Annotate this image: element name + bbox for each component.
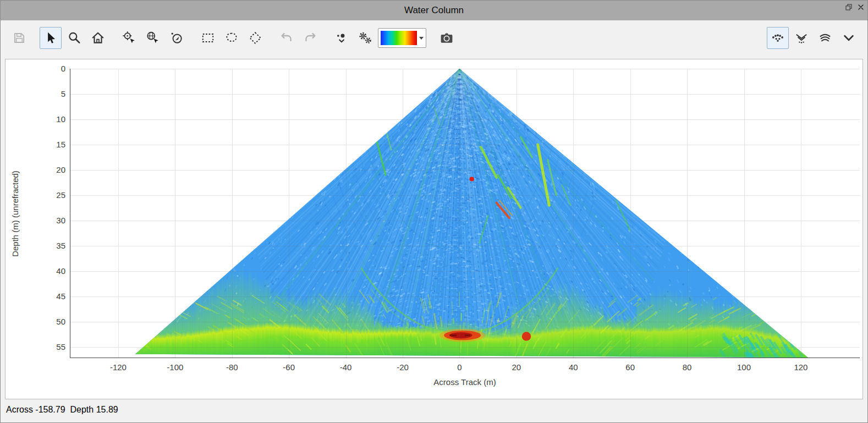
redo-button[interactable] (299, 27, 321, 49)
redo-icon (303, 31, 317, 45)
plot-canvas[interactable] (70, 69, 860, 358)
rectangle-select-icon (201, 31, 215, 45)
x-tick-label: 120 (783, 362, 818, 372)
x-tick-label: 20 (499, 362, 534, 372)
polygon-select-button[interactable] (244, 27, 266, 49)
lasso-select-button[interactable] (221, 27, 243, 49)
point-display-options-button[interactable] (331, 27, 353, 49)
settings-button[interactable] (354, 27, 376, 49)
zoom-button[interactable] (63, 27, 85, 49)
points-dropdown-icon (334, 31, 349, 45)
x-tick-label: 40 (556, 362, 591, 372)
y-tick-label: 15 (36, 140, 65, 149)
cursor-icon (43, 31, 58, 45)
x-tick-label: -60 (271, 362, 306, 372)
y-axis-label: Depth (m) (unrefracted) (10, 171, 20, 257)
x-tick-label: -120 (101, 362, 136, 372)
y-tick-label: 40 (36, 266, 65, 276)
colormap-gradient (381, 31, 417, 45)
crosshair-cursor-icon (122, 31, 136, 45)
close-icon (858, 3, 864, 13)
x-tick-label: -100 (157, 362, 193, 372)
y-tick-label: 25 (36, 190, 65, 200)
y-tick-label: 10 (36, 114, 65, 124)
y-tick-label: 20 (36, 165, 65, 174)
rectangle-select-button[interactable] (197, 27, 219, 49)
y-tick-label: 55 (36, 342, 65, 351)
stacked-arcs-icon (818, 31, 832, 45)
pick-beam-button[interactable] (166, 27, 188, 49)
toolbar-right (767, 27, 860, 49)
x-tick-label: 0 (442, 362, 477, 372)
chevron-down-icon (842, 31, 856, 45)
points-view-button[interactable] (767, 27, 789, 49)
colormap-dropdown-arrow (419, 37, 424, 40)
x-tick-label: 100 (727, 362, 762, 372)
y-tick-label: 45 (36, 292, 65, 301)
x-tick-label: 60 (613, 362, 648, 372)
save-button[interactable] (8, 27, 30, 49)
y-tick-label: 50 (36, 317, 65, 326)
y-tick-label: 0 (36, 64, 65, 73)
camera-icon (440, 31, 454, 45)
y-tick-label: 5 (36, 89, 65, 98)
toolbar-left (8, 27, 467, 49)
water-column-window: Water Column 0510152025303540455055 -120… (0, 0, 868, 423)
undo-icon (279, 31, 294, 45)
x-tick-label: -40 (328, 362, 364, 372)
y-tick-label: 35 (36, 241, 65, 250)
x-axis-label: Across Track (m) (70, 377, 860, 387)
home-view-button[interactable] (87, 27, 109, 49)
scatter-view-icon (771, 31, 785, 45)
colormap-selector[interactable] (378, 28, 426, 48)
compass-cursor-icon (169, 31, 184, 45)
x-tick-label: -20 (385, 362, 420, 372)
x-tick-label: 80 (669, 362, 705, 372)
close-window-button[interactable] (858, 3, 864, 13)
x-tick-label: -80 (215, 362, 250, 372)
status-bar: Across -158.79 Depth 15.89 (6, 405, 867, 415)
toolbar (1, 20, 867, 56)
gears-icon (358, 31, 372, 45)
titlebar-controls (845, 3, 864, 13)
window-title: Water Column (404, 5, 464, 16)
float-icon (845, 3, 852, 13)
pick-position-button[interactable] (118, 27, 140, 49)
titlebar: Water Column (1, 1, 867, 20)
stacked-view-button[interactable] (814, 27, 836, 49)
more-views-button[interactable] (838, 27, 860, 49)
lasso-select-icon (224, 31, 239, 45)
polygon-select-icon (248, 31, 262, 45)
float-window-button[interactable] (845, 3, 852, 13)
wiggle-view-button[interactable] (790, 27, 812, 49)
snapshot-button[interactable] (436, 27, 458, 49)
y-tick-label: 30 (36, 216, 65, 225)
globe-cursor-icon (146, 31, 160, 45)
save-icon (12, 31, 26, 45)
y-axis: Depth (m) (unrefracted) (8, 69, 22, 358)
magnifier-icon (67, 31, 81, 45)
plot-area: 0510152025303540455055 -120-100-80-60-40… (5, 59, 863, 399)
home-icon (91, 31, 105, 45)
select-cursor-button[interactable] (40, 27, 62, 49)
wiggle-view-icon (794, 31, 809, 45)
pick-geo-button[interactable] (142, 27, 164, 49)
undo-button[interactable] (276, 27, 298, 49)
